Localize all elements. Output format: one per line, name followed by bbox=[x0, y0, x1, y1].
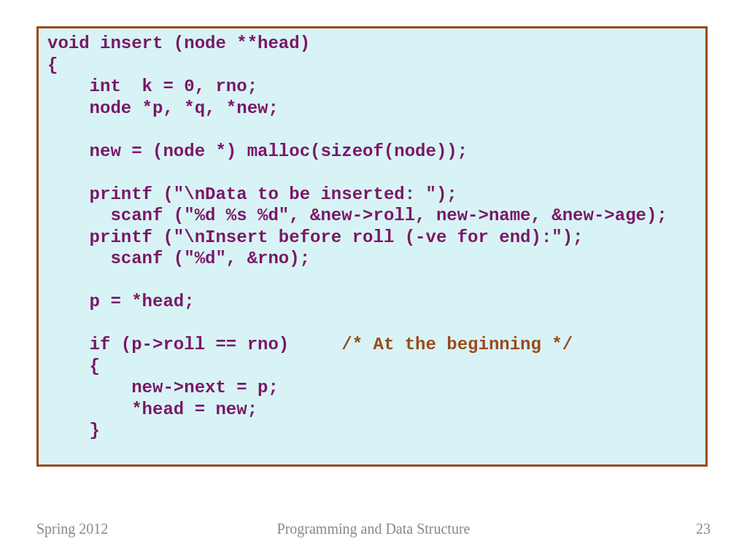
code-line: printf ("\nInsert before roll (-ve for e… bbox=[47, 228, 584, 247]
code-comment: /* At the beginning */ bbox=[341, 335, 573, 354]
code-line: new->next = p; bbox=[47, 378, 279, 397]
code-line: scanf ("%d %s %d", &new->roll, new->name… bbox=[47, 206, 667, 225]
code-line: node *p, *q, *new; bbox=[47, 98, 279, 118]
code-line: *head = new; bbox=[47, 400, 258, 419]
code-line: int k = 0, rno; bbox=[47, 77, 258, 96]
footer: Spring 2012 Programming and Data Structu… bbox=[0, 521, 747, 542]
code-line: p = *head; bbox=[47, 292, 195, 311]
footer-page-number: 23 bbox=[696, 521, 711, 537]
code-line: } bbox=[47, 421, 100, 440]
slide: void insert (node **head) { int k = 0, r… bbox=[0, 0, 747, 560]
code-line: printf ("\nData to be inserted: "); bbox=[47, 184, 457, 204]
code-line: void insert (node **head) bbox=[47, 34, 310, 53]
footer-center: Programming and Data Structure bbox=[0, 521, 747, 537]
code-line: if (p->roll == rno) bbox=[47, 335, 341, 354]
code-line: scanf ("%d", &rno); bbox=[47, 249, 310, 268]
code-line: { bbox=[47, 357, 100, 376]
code-block: void insert (node **head) { int k = 0, r… bbox=[47, 33, 697, 442]
code-line: { bbox=[47, 55, 58, 75]
code-line: new = (node *) malloc(sizeof(node)); bbox=[47, 141, 468, 161]
code-box: void insert (node **head) { int k = 0, r… bbox=[36, 26, 708, 467]
